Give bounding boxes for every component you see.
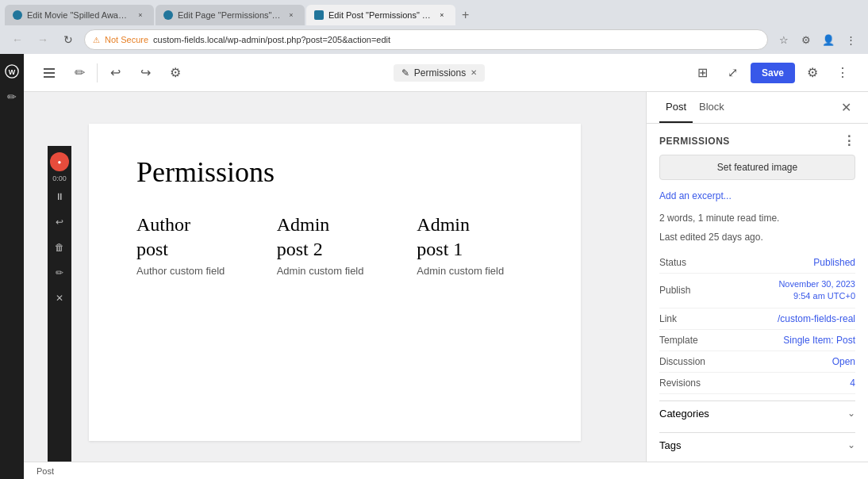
status-row: Status Published	[659, 252, 855, 274]
address-text: custom-fields.local/wp-admin/post.php?po…	[153, 35, 390, 44]
status-label: Status	[659, 257, 686, 268]
more-button[interactable]: ⋮	[830, 60, 855, 86]
back-button[interactable]: ←	[8, 30, 27, 49]
profile-button[interactable]: 👤	[819, 30, 838, 49]
panel-section-label: Permissions	[659, 136, 730, 147]
column-3: Admin post 1 Admin custom field	[417, 213, 533, 277]
record-button[interactable]: ●	[50, 152, 69, 171]
fullscreen-button[interactable]: ⤢	[720, 60, 746, 86]
col-heading-3: Admin post 1	[417, 213, 533, 262]
sidebar-icon-edit[interactable]: ✏	[1, 86, 23, 108]
edit-rec-button[interactable]: ✏	[48, 262, 71, 284]
discussion-row: Discussion Open	[659, 351, 855, 373]
wp-sidebar: W ✏	[0, 54, 24, 479]
recording-toolbar: ● 0:00 ⏸ ↩ 🗑 ✏ ✕	[48, 146, 71, 462]
column-2: Admin post 2 Admin custom field	[277, 213, 394, 277]
reload-button[interactable]: ↻	[59, 30, 78, 49]
tab-block[interactable]: Block	[693, 92, 731, 123]
publish-value[interactable]: November 30, 20239:54 am UTC+0	[778, 278, 855, 303]
browser-tab-1[interactable]: Edit Movie "Spilled Away" - ... ×	[5, 5, 154, 25]
revisions-value[interactable]: 4	[850, 377, 855, 389]
toolbar-left: ✏ ↩ ↪ ⚙	[36, 60, 188, 86]
panel-section-header: Permissions ⋮	[659, 133, 855, 148]
panel-section-menu[interactable]: ⋮	[843, 133, 856, 148]
preview-close-button[interactable]: ✕	[470, 68, 477, 77]
discussion-value[interactable]: Open	[832, 356, 855, 367]
svg-rect-2	[44, 68, 55, 70]
preview-label: Permissions	[414, 67, 466, 79]
undo-button[interactable]: ↩	[102, 60, 128, 86]
toggle-sidebar-button[interactable]	[36, 60, 62, 86]
link-label: Link	[659, 313, 677, 324]
right-panel: Post Block ✕ Permissions ⋮ Set featured …	[646, 92, 868, 462]
extensions-button[interactable]: ⚙	[797, 30, 816, 49]
col-heading-1: Author post	[136, 213, 253, 262]
tab-close-3[interactable]: ×	[436, 10, 447, 21]
tags-chevron-icon: ⌄	[847, 439, 855, 450]
toolbar-right: ⊞ ⤢ Save ⚙ ⋮	[690, 60, 855, 86]
excerpt-link[interactable]: Add an excerpt...	[659, 190, 732, 201]
toolbar-divider	[97, 63, 98, 82]
browser-tab-3[interactable]: Edit Post "Permissions" - cu... ×	[306, 5, 455, 25]
tags-accordion[interactable]: Tags ⌄	[659, 432, 855, 458]
publish-label: Publish	[659, 285, 690, 296]
security-warning-icon: ⚠	[93, 36, 100, 44]
bookmark-button[interactable]: ☆	[774, 30, 793, 49]
edit-button[interactable]: ✏	[67, 60, 92, 86]
last-edited: Last edited 25 days ago.	[659, 230, 855, 244]
browser-tab-2[interactable]: Edit Page "Permissions" - cu... ×	[156, 5, 305, 25]
tab-post[interactable]: Post	[659, 92, 693, 123]
tab-label-2: Edit Page "Permissions" - cu...	[178, 10, 281, 20]
status-value[interactable]: Published	[813, 257, 855, 268]
address-bar[interactable]: ⚠ Not Secure custom-fields.local/wp-admi…	[84, 29, 768, 50]
publish-row: Publish November 30, 20239:54 am UTC+0	[659, 274, 855, 308]
link-value[interactable]: /custom-fields-real	[778, 313, 855, 324]
tab-close-2[interactable]: ×	[286, 10, 297, 21]
editor-canvas-inner: Permissions Author post Author custom fi…	[89, 124, 581, 441]
column-1: Author post Author custom field	[136, 213, 253, 277]
menu-button[interactable]: ⋮	[841, 30, 860, 49]
preview-icon: ✎	[401, 67, 409, 79]
forward-button[interactable]: →	[33, 30, 52, 49]
editor-canvas: ● 0:00 ⏸ ↩ 🗑 ✏ ✕ Permissions Author	[24, 92, 646, 462]
categories-accordion[interactable]: Categories ⌄	[659, 400, 855, 426]
tools-button[interactable]: ⚙	[163, 60, 188, 86]
categories-label: Categories	[659, 408, 709, 420]
excerpt-section: Add an excerpt...	[659, 190, 855, 201]
revisions-label: Revisions	[659, 377, 701, 389]
discussion-label: Discussion	[659, 356, 705, 367]
template-row: Template Single Item: Post	[659, 330, 855, 351]
close-rec-button[interactable]: ✕	[48, 287, 71, 309]
browser-actions: ☆ ⚙ 👤 ⋮	[774, 30, 860, 49]
status-bar-text: Post	[36, 466, 54, 476]
undo-rec-button[interactable]: ↩	[48, 211, 71, 233]
pause-button[interactable]: ⏸	[48, 186, 71, 208]
view-options-button[interactable]: ⊞	[690, 60, 716, 86]
tab-label-3: Edit Post "Permissions" - cu...	[328, 10, 432, 20]
save-button[interactable]: Save	[751, 63, 795, 83]
main-layout: W ✏ ✏ ↩ ↪ ⚙	[0, 54, 868, 479]
new-tab-button[interactable]: +	[457, 8, 474, 22]
security-warning-text: Not Secure	[105, 35, 148, 44]
content-columns: Author post Author custom field Admin po…	[136, 213, 533, 277]
tab-label-1: Edit Movie "Spilled Away" - ...	[27, 10, 130, 20]
recording-time: 0:00	[52, 174, 67, 182]
tab-favicon-1	[13, 10, 22, 20]
svg-text:W: W	[9, 68, 16, 76]
delete-rec-button[interactable]: 🗑	[48, 236, 71, 259]
tab-close-1[interactable]: ×	[135, 10, 146, 21]
col-field-3: Admin custom field	[417, 265, 533, 277]
svg-rect-3	[44, 72, 55, 74]
featured-image-button[interactable]: Set featured image	[659, 155, 855, 180]
redo-button[interactable]: ↪	[133, 60, 158, 86]
browser-toolbar: ← → ↻ ⚠ Not Secure custom-fields.local/w…	[0, 25, 868, 54]
settings-button[interactable]: ⚙	[800, 60, 825, 86]
template-value[interactable]: Single Item: Post	[783, 335, 855, 346]
browser-chrome: Edit Movie "Spilled Away" - ... × Edit P…	[0, 0, 868, 54]
categories-chevron-icon: ⌄	[847, 408, 855, 419]
wp-logo[interactable]: W	[1, 60, 23, 82]
panel-body: Permissions ⋮ Set featured image Add an …	[647, 124, 868, 462]
revisions-row: Revisions 4	[659, 373, 855, 394]
panel-close-button[interactable]: ✕	[836, 98, 855, 117]
col-field-1: Author custom field	[136, 265, 253, 277]
